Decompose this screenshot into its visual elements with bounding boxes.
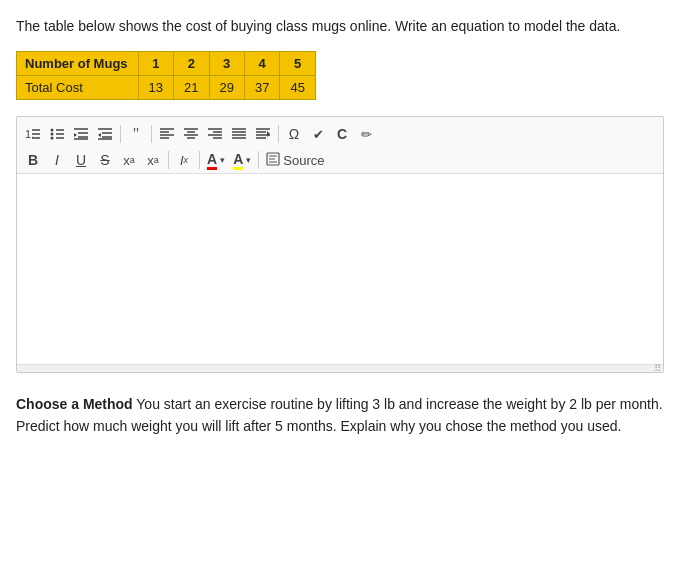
svg-marker-14 <box>74 133 77 137</box>
intro-text: The table below shows the cost of buying… <box>16 16 664 37</box>
align-left-button[interactable] <box>155 123 179 145</box>
align-center-button[interactable] <box>179 123 203 145</box>
divider-4 <box>168 151 169 169</box>
redo-button[interactable]: C <box>330 123 354 145</box>
divider-1 <box>120 125 121 143</box>
table-row-label: Total Cost <box>17 76 139 100</box>
svg-point-5 <box>51 133 54 136</box>
data-table: Number of Mugs 1 2 3 4 5 Total Cost 13 2… <box>16 51 316 100</box>
table-cell-1: 13 <box>138 76 173 100</box>
source-button[interactable]: Source <box>262 149 328 171</box>
table-data-row: Total Cost 13 21 29 37 45 <box>17 76 316 100</box>
text-direction-button[interactable] <box>251 123 275 145</box>
align-right-button[interactable] <box>203 123 227 145</box>
table-cell-4: 37 <box>244 76 279 100</box>
bg-color-icon: A <box>233 151 243 170</box>
indent-increase-button[interactable] <box>93 123 117 145</box>
superscript-button[interactable]: xa <box>141 149 165 171</box>
bg-color-dropdown-arrow: ▾ <box>246 155 251 165</box>
table-header-row: Number of Mugs 1 2 3 4 5 <box>17 52 316 76</box>
bold-button[interactable]: B <box>21 149 45 171</box>
ordered-list-button[interactable]: 1. <box>21 123 45 145</box>
special-char-button[interactable]: Ω <box>282 123 306 145</box>
align-justify-button[interactable] <box>227 123 251 145</box>
divider-2 <box>151 125 152 143</box>
divider-5 <box>199 151 200 169</box>
resize-icon: ⠿ <box>654 363 661 374</box>
table-cell-2: 21 <box>174 76 209 100</box>
table-header-3: 3 <box>209 52 244 76</box>
toolbar: 1. <box>17 117 663 174</box>
unordered-list-button[interactable] <box>45 123 69 145</box>
blockquote-button[interactable]: " <box>124 123 148 145</box>
table-cell-5: 45 <box>280 76 315 100</box>
editor-container: 1. <box>16 116 664 373</box>
svg-marker-19 <box>98 133 101 137</box>
table-header-4: 4 <box>244 52 279 76</box>
svg-point-6 <box>51 137 54 140</box>
strikethrough-button[interactable]: S <box>93 149 117 171</box>
choose-method-section: Choose a Method You start an exercise ro… <box>16 393 664 438</box>
table-header-5: 5 <box>280 52 315 76</box>
spellcheck-button[interactable]: ✔ <box>306 123 330 145</box>
indent-decrease-button[interactable] <box>69 123 93 145</box>
svg-marker-40 <box>267 131 270 137</box>
choose-method-label: Choose a Method <box>16 396 133 412</box>
clear-format-button[interactable]: Ix <box>172 149 196 171</box>
source-icon <box>266 152 280 169</box>
bg-color-button[interactable]: A ▾ <box>229 149 255 171</box>
erase-format-button[interactable]: ✏ <box>354 123 378 145</box>
italic-button[interactable]: I <box>45 149 69 171</box>
editor-area[interactable] <box>17 174 663 364</box>
svg-point-4 <box>51 129 54 132</box>
divider-3 <box>278 125 279 143</box>
font-color-dropdown-arrow: ▾ <box>220 155 225 165</box>
table-header-2: 2 <box>174 52 209 76</box>
table-cell-3: 29 <box>209 76 244 100</box>
font-color-button[interactable]: A ▾ <box>203 149 229 171</box>
source-label: Source <box>283 153 324 168</box>
table-header-label: Number of Mugs <box>17 52 139 76</box>
divider-6 <box>258 151 259 169</box>
editor-resize-handle[interactable]: ⠿ <box>17 364 663 372</box>
subscript-button[interactable]: xa <box>117 149 141 171</box>
table-header-1: 1 <box>138 52 173 76</box>
underline-button[interactable]: U <box>69 149 93 171</box>
toolbar-row-1: 1. <box>21 121 659 147</box>
toolbar-row-2: B I U S xa xa Ix A ▾ A ▾ <box>21 147 659 173</box>
font-color-icon: A <box>207 151 217 170</box>
